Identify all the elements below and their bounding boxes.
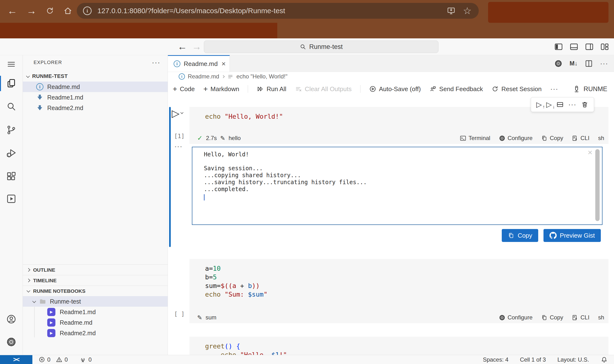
- sidebar-item-run-debug[interactable]: [0, 146, 23, 160]
- cell-name[interactable]: sum: [206, 314, 216, 321]
- problems-status[interactable]: 0 0: [39, 356, 68, 363]
- markdown-arrow-icon: [36, 94, 43, 101]
- pencil-icon[interactable]: ✎: [197, 314, 202, 321]
- toolbar-more-actions-icon[interactable]: ···: [550, 85, 558, 93]
- accounts-button[interactable]: [0, 312, 23, 326]
- execute-above-icon[interactable]: ▷↑: [536, 101, 542, 108]
- browser-reload-icon[interactable]: [46, 6, 54, 15]
- keyboard-layout-status[interactable]: Layout: U.S.: [557, 356, 589, 363]
- run-cell-button[interactable]: ▷: [172, 108, 183, 118]
- copy-icon: [508, 232, 514, 239]
- sidebar-item-explorer[interactable]: [0, 77, 23, 90]
- indentation-status[interactable]: Spaces: 4: [483, 356, 509, 363]
- ports-status[interactable]: 0: [79, 356, 91, 363]
- toggle-panel-icon[interactable]: [569, 42, 578, 51]
- code-line: echo "Sum: $sum": [205, 290, 267, 299]
- code-line: greet() {: [205, 342, 287, 351]
- cell-position-status[interactable]: Cell 1 of 3: [520, 356, 546, 363]
- delete-cell-icon[interactable]: [581, 101, 588, 108]
- execute-below-icon[interactable]: ▷↓: [546, 101, 552, 108]
- menu-button[interactable]: [0, 58, 23, 71]
- section-outline[interactable]: OUTLINE: [23, 264, 168, 275]
- command-center-search[interactable]: Runme-test: [204, 40, 438, 53]
- add-code-cell-button[interactable]: +Code: [173, 85, 195, 93]
- notebook-file-row[interactable]: ▶ Readme1.md: [23, 307, 168, 317]
- output-scrollbar[interactable]: [595, 149, 600, 221]
- output-collapse-icon[interactable]: ···: [175, 143, 183, 151]
- search-icon: [300, 43, 306, 50]
- close-icon[interactable]: ×: [588, 148, 592, 157]
- send-feedback-button[interactable]: Send Feedback: [429, 85, 483, 93]
- copy-action[interactable]: Copy: [541, 135, 563, 142]
- file-row-readme[interactable]: i Readme.md: [23, 81, 168, 92]
- notebook-settings-gear-icon[interactable]: [554, 59, 562, 68]
- customize-layout-icon[interactable]: [600, 42, 609, 51]
- cli-icon: [572, 314, 578, 321]
- copy-output-button[interactable]: Copy: [502, 229, 538, 242]
- editor-more-actions-icon[interactable]: ···: [600, 60, 608, 67]
- split-editor-icon[interactable]: [585, 59, 593, 68]
- breadcrumb-file[interactable]: Readme.md: [188, 73, 219, 80]
- bell-icon[interactable]: [601, 356, 608, 363]
- history-back-icon[interactable]: ←: [178, 41, 187, 52]
- notebook-file-row[interactable]: ▶ Readme.md: [23, 317, 168, 328]
- code-line: a=10: [205, 264, 267, 273]
- clear-all-outputs-button[interactable]: Clear All Outputs: [295, 85, 352, 93]
- pencil-icon[interactable]: ✎: [220, 135, 225, 142]
- export-markdown-icon[interactable]: M↓: [570, 60, 577, 67]
- explorer-more-actions-icon[interactable]: ···: [152, 58, 160, 66]
- cli-action[interactable]: CLI: [572, 135, 589, 142]
- cell-more-actions-icon[interactable]: ···: [568, 101, 576, 108]
- section-runme-notebooks[interactable]: RUNME NOTEBOOKS: [23, 286, 168, 296]
- focused-cell-bar: [169, 107, 171, 247]
- split-cell-icon[interactable]: [556, 101, 564, 108]
- notebook-folder-row[interactable]: Runme-test: [23, 296, 168, 307]
- tab-readme[interactable]: i Readme.md ×: [168, 55, 230, 72]
- cell-output-terminal[interactable]: Hello, World! Saving session......copyin…: [192, 147, 602, 225]
- toggle-sidebar-icon[interactable]: [554, 42, 563, 51]
- configure-action[interactable]: Configure: [499, 135, 533, 142]
- notebook-file-label: Readme1.md: [60, 309, 96, 316]
- code-line: echo "Hello, World!": [205, 112, 283, 121]
- install-app-icon[interactable]: [447, 6, 456, 15]
- workspace-root-row[interactable]: RUNME-TEST: [23, 71, 168, 81]
- browser-forward-icon[interactable]: →: [26, 6, 37, 16]
- file-row-readme2[interactable]: Readme2.md: [23, 103, 168, 113]
- settings-button[interactable]: [0, 335, 23, 349]
- history-forward-icon[interactable]: →: [192, 41, 201, 52]
- terminal-action[interactable]: Terminal: [460, 135, 490, 142]
- code-cell-2[interactable]: a=10 b=5 sum=$((a + b)) echo "Sum: $sum"…: [189, 259, 609, 323]
- sidebar-item-source-control[interactable]: [0, 123, 23, 137]
- browser-address-bar[interactable]: i 127.0.0.1:8080/?folder=/Users/macos/De…: [77, 3, 479, 19]
- breadcrumb-cell[interactable]: echo "Hello, World!": [236, 73, 287, 80]
- feedback-icon: [429, 85, 436, 92]
- section-timeline[interactable]: TIMELINE: [23, 275, 168, 286]
- code-cell-3[interactable]: greet() { echo "Hello, $1!": [189, 337, 609, 355]
- browser-back-icon[interactable]: ←: [7, 6, 17, 16]
- auto-save-button[interactable]: Auto-Save (off): [369, 85, 421, 93]
- info-icon: i: [179, 73, 185, 80]
- browser-home-icon[interactable]: [63, 6, 72, 15]
- add-markdown-cell-button[interactable]: +Markdown: [203, 85, 239, 93]
- run-all-button[interactable]: Run All: [257, 85, 286, 93]
- notebook-file-row[interactable]: ▶ Readme2.md: [23, 328, 168, 338]
- toggle-secondary-sidebar-icon[interactable]: [585, 42, 594, 51]
- breadcrumb: i Readme.md echo "Hello, World!": [168, 72, 614, 81]
- remote-indicator[interactable]: ><: [0, 355, 32, 364]
- hamburger-icon: [6, 59, 16, 69]
- cli-action[interactable]: CLI: [572, 314, 589, 321]
- reset-session-button[interactable]: Reset Session: [491, 85, 542, 93]
- code-cell-1[interactable]: echo "Hello, World!" ✓ 2.7s ✎ hello Term…: [189, 107, 609, 144]
- sidebar-item-runme[interactable]: [0, 192, 23, 206]
- file-label: Readme.md: [47, 83, 80, 91]
- bookmark-star-icon[interactable]: ☆: [463, 5, 471, 16]
- sidebar-item-search[interactable]: [0, 100, 23, 113]
- file-row-readme1[interactable]: Readme1.md: [23, 92, 168, 103]
- preview-gist-button[interactable]: Preview Gist: [544, 229, 601, 242]
- copy-action[interactable]: Copy: [541, 314, 563, 321]
- tab-close-icon[interactable]: ×: [221, 60, 226, 68]
- sidebar-item-extensions[interactable]: [0, 169, 23, 183]
- site-info-icon[interactable]: i: [83, 6, 91, 15]
- configure-action[interactable]: Configure: [499, 314, 533, 321]
- cell-name[interactable]: hello: [229, 135, 241, 142]
